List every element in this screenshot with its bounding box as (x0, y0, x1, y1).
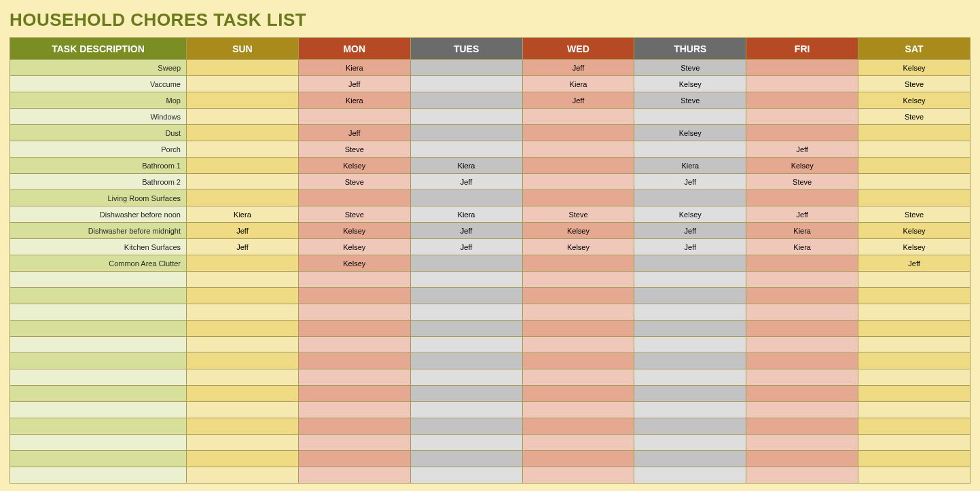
cell-fri[interactable]: Kiera (746, 239, 858, 255)
cell-wed[interactable]: Kelsey (522, 239, 634, 255)
cell-mon[interactable]: Kelsey (298, 239, 410, 255)
cell-fri[interactable]: Steve (746, 174, 858, 190)
cell-fri[interactable] (746, 402, 858, 418)
cell-thurs[interactable] (634, 190, 746, 206)
cell-sun[interactable] (187, 337, 299, 353)
cell-tues[interactable] (410, 386, 522, 402)
task-description-cell[interactable] (10, 402, 187, 418)
cell-fri[interactable] (746, 451, 858, 467)
cell-tues[interactable] (410, 402, 522, 418)
cell-mon[interactable] (298, 435, 410, 451)
cell-sun[interactable] (187, 321, 299, 337)
cell-fri[interactable] (746, 288, 858, 304)
cell-thurs[interactable]: Jeff (634, 174, 746, 190)
cell-fri[interactable] (746, 418, 858, 435)
task-description-cell[interactable]: Sweep (10, 60, 187, 76)
cell-thurs[interactable]: Kiera (634, 158, 746, 174)
cell-thurs[interactable] (634, 353, 746, 369)
cell-sat[interactable]: Kelsey (858, 223, 970, 239)
cell-wed[interactable] (522, 255, 634, 272)
cell-thurs[interactable]: Steve (634, 92, 746, 109)
task-description-cell[interactable] (10, 467, 187, 484)
cell-sun[interactable] (187, 353, 299, 369)
task-description-cell[interactable] (10, 418, 187, 435)
cell-tues[interactable] (410, 304, 522, 321)
cell-sat[interactable] (858, 288, 970, 304)
cell-sat[interactable] (858, 435, 970, 451)
cell-thurs[interactable]: Jeff (634, 223, 746, 239)
cell-tues[interactable] (410, 76, 522, 92)
cell-sun[interactable] (187, 288, 299, 304)
cell-thurs[interactable] (634, 109, 746, 125)
cell-sat[interactable] (858, 158, 970, 174)
cell-tues[interactable] (410, 141, 522, 158)
cell-mon[interactable]: Jeff (298, 125, 410, 141)
cell-sat[interactable]: Kelsey (858, 239, 970, 255)
cell-fri[interactable] (746, 60, 858, 76)
cell-sun[interactable] (187, 60, 299, 76)
cell-tues[interactable]: Jeff (410, 239, 522, 255)
cell-fri[interactable] (746, 435, 858, 451)
cell-thurs[interactable] (634, 272, 746, 288)
cell-mon[interactable] (298, 402, 410, 418)
cell-wed[interactable] (522, 109, 634, 125)
cell-tues[interactable] (410, 418, 522, 435)
cell-thurs[interactable] (634, 451, 746, 467)
cell-sat[interactable] (858, 321, 970, 337)
cell-mon[interactable] (298, 418, 410, 435)
cell-sun[interactable] (187, 304, 299, 321)
cell-fri[interactable]: Kiera (746, 223, 858, 239)
cell-mon[interactable]: Kiera (298, 60, 410, 76)
cell-tues[interactable]: Jeff (410, 174, 522, 190)
cell-fri[interactable] (746, 76, 858, 92)
task-description-cell[interactable] (10, 386, 187, 402)
cell-sat[interactable] (858, 353, 970, 369)
cell-tues[interactable] (410, 353, 522, 369)
cell-tues[interactable] (410, 321, 522, 337)
cell-mon[interactable]: Steve (298, 206, 410, 223)
cell-wed[interactable] (522, 288, 634, 304)
cell-sun[interactable] (187, 158, 299, 174)
cell-fri[interactable] (746, 125, 858, 141)
cell-mon[interactable]: Kelsey (298, 223, 410, 239)
cell-sat[interactable]: Steve (858, 109, 970, 125)
cell-thurs[interactable] (634, 435, 746, 451)
cell-fri[interactable]: Jeff (746, 206, 858, 223)
cell-sun[interactable] (187, 76, 299, 92)
cell-wed[interactable] (522, 353, 634, 369)
cell-sun[interactable] (187, 272, 299, 288)
cell-fri[interactable]: Kelsey (746, 158, 858, 174)
cell-thurs[interactable] (634, 386, 746, 402)
cell-wed[interactable] (522, 304, 634, 321)
cell-thurs[interactable]: Kelsey (634, 206, 746, 223)
cell-sat[interactable]: Kelsey (858, 92, 970, 109)
cell-wed[interactable] (522, 125, 634, 141)
cell-thurs[interactable] (634, 402, 746, 418)
cell-tues[interactable] (410, 109, 522, 125)
task-description-cell[interactable]: Dust (10, 125, 187, 141)
cell-fri[interactable] (746, 109, 858, 125)
cell-mon[interactable]: Kelsey (298, 158, 410, 174)
cell-sun[interactable] (187, 92, 299, 109)
cell-thurs[interactable] (634, 418, 746, 435)
cell-sun[interactable] (187, 141, 299, 158)
cell-mon[interactable]: Steve (298, 141, 410, 158)
cell-thurs[interactable] (634, 141, 746, 158)
cell-tues[interactable] (410, 288, 522, 304)
cell-mon[interactable] (298, 369, 410, 386)
task-description-cell[interactable]: Mop (10, 92, 187, 109)
cell-mon[interactable] (298, 288, 410, 304)
cell-wed[interactable] (522, 402, 634, 418)
cell-sat[interactable]: Steve (858, 206, 970, 223)
task-description-cell[interactable] (10, 337, 187, 353)
cell-tues[interactable] (410, 92, 522, 109)
cell-thurs[interactable] (634, 304, 746, 321)
cell-sun[interactable] (187, 255, 299, 272)
cell-sat[interactable] (858, 304, 970, 321)
cell-sat[interactable] (858, 402, 970, 418)
cell-wed[interactable] (522, 272, 634, 288)
cell-sun[interactable] (187, 435, 299, 451)
cell-fri[interactable] (746, 369, 858, 386)
task-description-cell[interactable] (10, 288, 187, 304)
cell-wed[interactable] (522, 369, 634, 386)
